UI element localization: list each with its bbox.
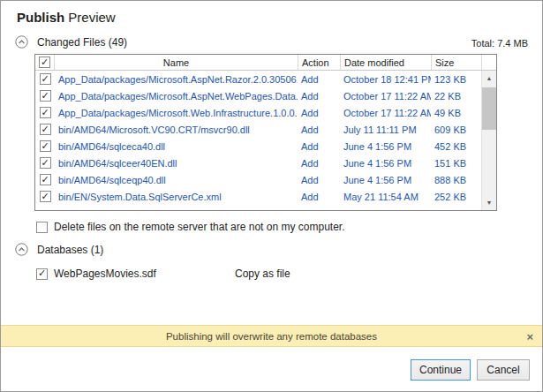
page-title-light: Preview: [68, 10, 115, 25]
delete-files-checkbox[interactable]: [36, 222, 48, 233]
file-name: App_Data/packages/Microsoft.AspNet.Razor…: [55, 74, 298, 85]
header-spacer: [482, 55, 496, 70]
database-row[interactable]: WebPagesMovies.sdf Copy as file: [36, 268, 407, 280]
table-row[interactable]: App_Data/packages/Microsoft.AspNet.WebPa…: [35, 87, 481, 104]
file-date: June 4 1:56 PM: [340, 175, 431, 185]
select-all-checkbox[interactable]: [39, 57, 50, 68]
file-name: bin/AMD64/Microsoft.VC90.CRT/msvcr90.dll: [55, 124, 298, 135]
changed-files-label: Changed Files (49): [37, 36, 127, 49]
file-size: 609 KB: [431, 124, 481, 135]
table-row[interactable]: bin/AMD64/sqlceqp40.dll Add June 4 1:56 …: [35, 171, 481, 188]
file-action: Add: [298, 175, 340, 185]
row-checkbox[interactable]: [40, 124, 51, 135]
column-header-date-modified[interactable]: Date modified: [341, 55, 432, 70]
column-header-size[interactable]: Size: [432, 55, 482, 70]
database-action: Copy as file: [235, 268, 290, 280]
file-name: bin/AMD64/sqlceqp40.dll: [55, 175, 298, 185]
delete-files-option[interactable]: Delete files on the remote server that a…: [36, 221, 345, 233]
scroll-down-arrow-icon[interactable]: ▼: [482, 195, 496, 210]
file-action: Add: [298, 91, 340, 102]
database-checkbox[interactable]: [36, 268, 48, 280]
row-checkbox[interactable]: [40, 174, 51, 185]
chevron-up-circle-icon[interactable]: [15, 243, 28, 256]
file-name: bin/AMD64/sqlceca40.dll: [55, 141, 298, 152]
row-checkbox[interactable]: [40, 140, 51, 152]
databases-section-header: Databases (1): [15, 243, 103, 256]
file-action: Add: [298, 74, 340, 85]
file-action: Add: [298, 158, 340, 169]
file-date: July 11 11:11 PM: [340, 124, 431, 135]
file-date: October 17 11:22 AM: [340, 91, 431, 102]
cancel-button[interactable]: Cancel: [477, 359, 530, 381]
file-size: 252 KB: [431, 192, 481, 202]
file-date: October 18 12:41 PM: [340, 74, 431, 85]
row-checkbox[interactable]: [40, 191, 51, 202]
database-name: WebPagesMovies.sdf: [54, 268, 156, 280]
table-row[interactable]: bin/AMD64/sqlceer40EN.dll Add June 4 1:5…: [35, 155, 481, 171]
table-row[interactable]: bin/EN/System.Data.SqlServerCe.xml Add M…: [35, 188, 481, 205]
file-size: 452 KB: [431, 141, 481, 152]
table-row[interactable]: bin/AMD64/sqlceca40.dll Add June 4 1:56 …: [35, 138, 481, 155]
publish-preview-dialog: Publish Preview Changed Files (49) Total…: [0, 0, 543, 392]
file-action: Add: [298, 192, 340, 202]
file-size: 123 KB: [431, 74, 481, 85]
table-row[interactable]: bin/AMD64/Microsoft.VC90.CRT/msvcr90.dll…: [35, 121, 481, 138]
file-date: May 21 11:54 AM: [340, 192, 431, 202]
file-name: bin/AMD64/sqlceer40EN.dll: [55, 158, 298, 169]
header-checkbox-cell: [35, 55, 55, 70]
file-size: 49 KB: [431, 108, 481, 118]
changed-files-table: Name Action Date modified Size App_Data/…: [34, 54, 497, 211]
file-action: Add: [298, 124, 340, 135]
scrollbar-thumb[interactable]: [482, 87, 496, 130]
column-header-name[interactable]: Name: [55, 55, 298, 70]
scroll-up-arrow-icon[interactable]: ▲: [482, 71, 496, 86]
changed-files-section-header: Changed Files (49): [15, 35, 127, 49]
chevron-up-circle-icon[interactable]: [15, 35, 28, 49]
databases-label: Databases (1): [37, 244, 103, 256]
file-size: 888 KB: [431, 175, 481, 185]
delete-files-label: Delete files on the remote server that a…: [54, 221, 345, 233]
file-size: 22 KB: [431, 91, 481, 102]
continue-button[interactable]: Continue: [411, 359, 471, 381]
row-checkbox[interactable]: [40, 157, 51, 169]
file-action: Add: [298, 108, 340, 118]
table-body: App_Data/packages/Microsoft.AspNet.Razor…: [35, 71, 481, 210]
vertical-scrollbar[interactable]: ▲ ▼: [481, 71, 496, 210]
warning-message: Publishing will overwrite any remote dat…: [166, 331, 377, 342]
column-header-action[interactable]: Action: [298, 55, 341, 70]
warning-banner: Publishing will overwrite any remote dat…: [1, 325, 542, 347]
file-name: App_Data/packages/Microsoft.AspNet.WebPa…: [55, 91, 298, 102]
file-action: Add: [298, 141, 340, 152]
table-row[interactable]: App_Data/packages/Microsoft.AspNet.Razor…: [35, 71, 481, 87]
row-checkbox[interactable]: [40, 73, 51, 85]
file-name: bin/EN/System.Data.SqlServerCe.xml: [55, 192, 298, 202]
row-checkbox[interactable]: [40, 90, 51, 102]
row-checkbox[interactable]: [40, 107, 51, 118]
file-name: App_Data/packages/Microsoft.Web.Infrastr…: [55, 108, 298, 118]
file-date: June 4 1:56 PM: [340, 158, 431, 169]
total-size-label: Total: 7.4 MB: [471, 38, 528, 49]
page-title-bold: Publish: [17, 10, 64, 25]
table-row[interactable]: App_Data/packages/Microsoft.Web.Infrastr…: [35, 104, 481, 121]
close-icon[interactable]: ×: [526, 329, 533, 343]
file-date: June 4 1:56 PM: [340, 141, 431, 152]
file-date: October 17 11:22 AM: [340, 108, 431, 118]
file-size: 151 KB: [431, 158, 481, 169]
page-title: Publish Preview: [17, 10, 116, 25]
table-header-row: Name Action Date modified Size: [35, 55, 496, 71]
